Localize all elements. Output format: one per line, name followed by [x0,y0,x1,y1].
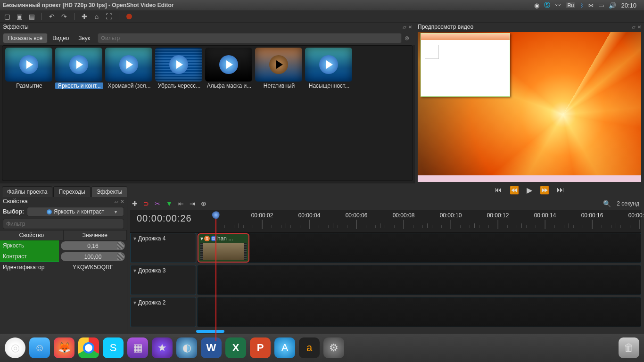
clock[interactable]: 20:10 [621,2,636,9]
undock-icon[interactable]: ▱ [632,25,636,30]
chrome-tray-icon[interactable]: ◉ [534,2,539,9]
preview-canvas[interactable] [418,32,641,182]
track-header[interactable]: ▾Дорожка 4 [130,233,196,263]
track-body[interactable] [197,297,641,327]
add-track-icon[interactable]: ✚ [132,200,138,207]
dock-amazon-icon[interactable]: a [299,337,320,358]
dock-browser-icon[interactable]: ◐ [176,337,197,358]
effect-item-chromakey[interactable]: Хромакей (зел... [105,48,153,179]
chevron-down-icon[interactable]: ▾ [200,235,203,242]
zoom-icon[interactable]: 🔍 [603,200,611,207]
show-all-button[interactable]: Показать всё [3,33,48,43]
export-icon[interactable] [125,12,133,21]
preview-panel-title: Предпросмотр видео ▱ ✕ [415,23,644,31]
properties-filter-input[interactable] [3,219,124,229]
close-icon[interactable]: ✕ [408,25,412,30]
dock-photos-icon[interactable]: ▦ [127,337,148,358]
effect-badge-icon[interactable]: S [204,236,210,241]
system-tray: ◉ Ⓢ 〰 Ru ᛒ ✉ ▭ 🔊 20:10 [534,1,641,9]
razor-icon[interactable]: ✂ [155,200,160,207]
property-value-slider[interactable]: 100,00 [61,252,125,261]
next-marker-icon[interactable]: ⇥ [190,200,195,207]
system-menubar: Безымянный проект [HD 720p 30 fps] - Ope… [0,0,644,10]
jump-end-icon[interactable]: ⏭ [557,186,564,194]
save-project-icon[interactable]: ▤ [27,12,36,21]
dock-finder-icon[interactable]: ☺ [29,337,50,358]
timeline-ruler[interactable]: 00:00:00:26 00:00:0200:00:0400:00:0600:0… [130,210,641,233]
track-body[interactable] [197,265,641,295]
track-body[interactable]: ▾SBhan ... [197,233,641,263]
dock-firefox-icon[interactable]: 🦊 [54,337,74,358]
play-icon[interactable]: ▶ [527,186,532,195]
mail-icon[interactable]: ✉ [588,2,594,9]
bluetooth-icon[interactable]: ᛒ [580,2,584,9]
effects-filter-input[interactable] [98,33,402,43]
col-value[interactable]: Значение [64,230,127,240]
jump-start-icon[interactable]: ⏮ [495,186,502,194]
fullscreen-icon[interactable]: ⛶ [105,12,113,21]
effect-item-brightness[interactable]: Яркость и конт... [55,48,103,179]
effect-item-blur[interactable]: Размытие [5,48,53,179]
track-4: ▾Дорожка 4 ▾SBhan ... [130,233,641,263]
track-header[interactable]: ▾Дорожка 3 [130,265,196,295]
effect-item-alphamask[interactable]: Альфа маска и... [205,48,253,179]
tab-transitions[interactable]: Переходы [53,186,90,197]
tab-effects[interactable]: Эффекты [91,186,128,197]
effect-item-deinterlace[interactable]: Убрать чересс... [155,48,203,179]
chevron-down-icon[interactable]: ▾ [133,299,136,325]
clear-filter-icon[interactable]: ⊗ [402,33,412,43]
import-icon[interactable]: ✚ [80,12,89,21]
dock-skype-icon[interactable]: S [103,337,124,358]
effect-item-negative[interactable]: Негативный [255,48,303,179]
close-icon[interactable]: ✕ [637,25,641,30]
dock-chrome-icon[interactable] [78,337,99,358]
volume-icon[interactable]: 🔊 [609,2,616,9]
dock-excel-icon[interactable]: X [225,337,246,358]
dock-word-icon[interactable]: W [201,337,222,358]
redo-icon[interactable]: ↷ [60,12,68,21]
audio-filter-button[interactable]: Звук [74,33,95,43]
timeline-toolbar: ✚ ⊃ ✂ ▼ ⇤ ⇥ ⊕ 🔍 2 секунд [127,197,644,210]
skype-tray-icon[interactable]: Ⓢ [544,1,550,9]
prev-marker-icon[interactable]: ⇤ [178,200,184,207]
track-header[interactable]: ▾Дорожка 2 [130,297,196,327]
keyboard-layout-indicator[interactable]: Ru [566,2,575,8]
tab-project-files[interactable]: Файлы проекта [2,186,52,197]
chevron-down-icon[interactable]: ▾ [133,267,136,293]
dock-ubuntu-icon[interactable]: ◎ [5,337,25,358]
selection-dropdown[interactable]: Яркость и контраст [27,207,124,216]
marker-icon[interactable]: ▼ [166,200,173,207]
dock-settings-icon[interactable]: ⚙ [323,337,344,358]
new-project-icon[interactable]: ▢ [3,12,11,21]
col-property[interactable]: Свойство [0,230,64,240]
preview-frame [418,32,641,182]
chevron-down-icon[interactable]: ▾ [133,235,136,261]
effect-item-saturation[interactable]: Насыщенност... [305,48,353,179]
playhead[interactable] [215,212,216,341]
profile-icon[interactable]: ⌂ [92,12,101,21]
undo-icon[interactable]: ↶ [48,12,56,21]
dock-appstore-icon[interactable]: A [274,337,295,358]
preview-panel-label: Предпросмотр видео [418,24,473,30]
undock-icon[interactable]: ▱ [403,25,406,30]
dock-powerpoint-icon[interactable]: P [250,337,271,358]
property-row-contrast: Контраст 100,00 [0,251,127,262]
fast-forward-icon[interactable]: ⏩ [540,186,549,195]
close-icon[interactable]: ✕ [120,199,124,204]
rewind-icon[interactable]: ⏪ [510,186,519,195]
video-filter-button[interactable]: Видео [48,33,74,43]
center-playhead-icon[interactable]: ⊕ [201,200,206,207]
open-project-icon[interactable]: ▣ [15,12,24,21]
ruler-tick: 00:00:16 [581,212,603,229]
dock-trash-icon[interactable]: 🗑 [619,337,639,358]
undock-icon[interactable]: ▱ [115,199,118,204]
selection-label: Выбор: [3,208,24,215]
ruler-tick: 00:00:06 [346,212,368,229]
dock-imovie-icon[interactable]: ★ [152,337,173,358]
property-value-slider[interactable]: 0,16 [61,241,125,250]
tracks-container: ▾Дорожка 4 ▾SBhan ... ▾Дорожка 3 ▾Дорожк… [130,233,641,329]
snap-icon[interactable]: ⊃ [143,200,149,207]
battery-icon[interactable]: ▭ [598,2,604,9]
wifi-icon[interactable]: 〰 [555,2,561,9]
video-clip[interactable]: ▾SBhan ... [198,233,249,263]
